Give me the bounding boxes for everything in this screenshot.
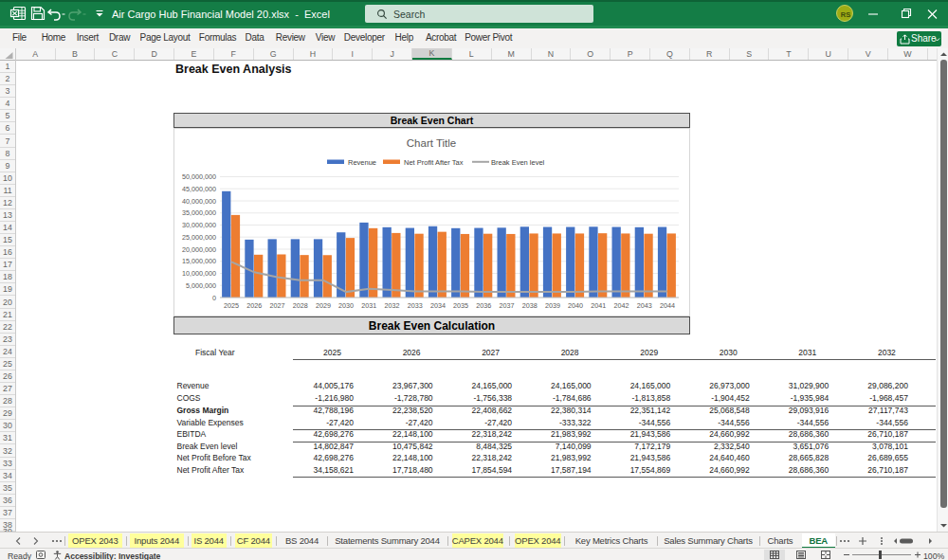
svg-text:2028: 2028 xyxy=(293,301,308,310)
svg-text:15,000,000: 15,000,000 xyxy=(182,257,216,265)
svg-text:0: 0 xyxy=(212,294,216,302)
svg-text:45,000,000: 45,000,000 xyxy=(182,185,216,193)
svg-text:2026: 2026 xyxy=(246,301,262,310)
svg-text:30,000,000: 30,000,000 xyxy=(182,221,216,229)
svg-text:2029: 2029 xyxy=(316,301,331,310)
svg-text:2044: 2044 xyxy=(660,301,675,310)
svg-text:2042: 2042 xyxy=(614,301,629,310)
svg-text:Break Even level: Break Even level xyxy=(491,158,545,167)
svg-text:10,000,000: 10,000,000 xyxy=(182,269,216,278)
svg-text:40,000,000: 40,000,000 xyxy=(182,197,216,206)
svg-text:5,000,000: 5,000,000 xyxy=(186,281,216,290)
svg-text:Chart Title: Chart Title xyxy=(407,137,456,149)
svg-text:20,000,000: 20,000,000 xyxy=(182,245,216,254)
svg-text:Net Profit After Tax: Net Profit After Tax xyxy=(404,158,464,167)
svg-text:2027: 2027 xyxy=(270,301,285,310)
svg-text:2030: 2030 xyxy=(338,301,354,310)
svg-text:35,000,000: 35,000,000 xyxy=(182,208,216,217)
svg-text:2034: 2034 xyxy=(430,301,446,310)
svg-text:Revenue: Revenue xyxy=(348,158,376,167)
svg-text:2036: 2036 xyxy=(476,301,491,310)
svg-text:2039: 2039 xyxy=(545,301,560,310)
svg-text:25,000,000: 25,000,000 xyxy=(182,233,216,242)
svg-text:2033: 2033 xyxy=(408,301,423,310)
svg-text:2035: 2035 xyxy=(453,301,468,310)
svg-text:2031: 2031 xyxy=(361,301,376,310)
svg-text:2032: 2032 xyxy=(385,301,400,310)
svg-text:2041: 2041 xyxy=(591,301,606,310)
svg-text:2025: 2025 xyxy=(224,301,239,310)
svg-text:2040: 2040 xyxy=(568,301,583,310)
svg-text:2043: 2043 xyxy=(637,301,652,310)
svg-text:2037: 2037 xyxy=(500,301,515,310)
svg-text:50,000,000: 50,000,000 xyxy=(182,172,216,181)
svg-text:2038: 2038 xyxy=(522,301,538,310)
